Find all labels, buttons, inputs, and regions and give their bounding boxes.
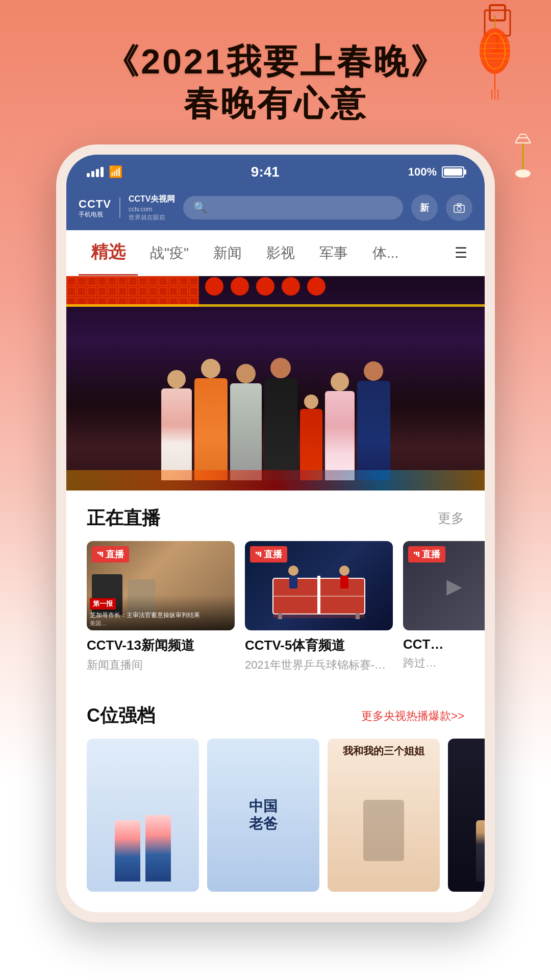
live-badge-text-third: 直播: [422, 548, 440, 560]
svg-rect-36: [66, 304, 485, 307]
tab-xinwen[interactable]: 新闻: [201, 233, 254, 273]
live-card-thumb-third: ▶ CCTV 直播: [403, 541, 485, 630]
svg-point-35: [307, 277, 325, 296]
svg-point-47: [288, 566, 298, 576]
live-card-thumb-cctv13: 第一报 芝加哥市长：主审法官蓄意操纵审判结果 美国… 直播: [87, 541, 235, 630]
svg-rect-26: [457, 204, 461, 206]
svg-rect-51: [256, 552, 257, 554]
live-cards-scroll: 第一报 芝加哥市长：主审法官蓄意操纵审判结果 美国… 直播 CCTV-13新闻频…: [66, 541, 485, 688]
svg-rect-54: [414, 552, 415, 554]
live-card-third-sub: 跨过…: [403, 655, 485, 671]
svg-rect-24: [454, 205, 464, 212]
drama-thumb-3: 我和我的三个姐姐: [328, 739, 440, 892]
svg-rect-48: [289, 576, 297, 589]
search-icon: 🔍: [193, 201, 207, 214]
live-section-title: 正在直播: [87, 506, 160, 531]
live-card-cctv-third[interactable]: ▶ CCTV 直播 CCT… 跨过…: [403, 541, 485, 673]
new-badge: 新: [420, 202, 429, 214]
c-section-title: C位强档: [87, 703, 155, 728]
battery-icon: [442, 166, 464, 178]
svg-rect-0: [490, 5, 505, 20]
content-section: 正在直播 更多: [66, 491, 485, 912]
signal-icon: [87, 167, 104, 177]
cctv-tagline: 世界就在眼前: [129, 213, 176, 222]
live-card-cctv13-title: CCTV-13新闻频道: [87, 636, 235, 654]
live-card-third-title: CCT…: [403, 636, 485, 652]
cctv-com-name: CCTV央视网: [129, 193, 176, 205]
svg-rect-56: [418, 552, 419, 557]
live-card-thumb-cctv5: 直播: [245, 541, 393, 630]
tab-jingxuan[interactable]: 精选: [79, 230, 138, 276]
drama-thumb-4: [448, 739, 485, 892]
search-bar[interactable]: 🔍: [183, 196, 403, 219]
phone-mockup: 📶 9:41 100% CCTV 手机电视 CCTV央视网: [56, 144, 495, 922]
tab-zhanyi[interactable]: 战"疫": [138, 233, 201, 273]
svg-rect-28: [66, 276, 199, 307]
svg-point-33: [256, 277, 274, 296]
main-video-banner[interactable]: [66, 276, 485, 491]
app-navbar: CCTV 手机电视 CCTV央视网 cctv.com 世界就在眼前 🔍 新: [66, 185, 485, 230]
tab-yingshi[interactable]: 影视: [254, 233, 307, 273]
live-badge-third: 直播: [408, 546, 445, 562]
nav-icons: 新: [411, 194, 472, 221]
svg-rect-55: [416, 552, 417, 555]
svg-rect-50: [340, 576, 348, 589]
live-badge-cctv5: 直播: [250, 546, 287, 562]
live-section-header: 正在直播 更多: [66, 491, 485, 541]
live-badge-text-5: 直播: [264, 548, 282, 560]
live-card-cctv5-sub: 2021年世界乒乓球锦标赛-…: [245, 657, 393, 673]
svg-rect-52: [258, 552, 259, 555]
live-card-cctv5-title: CCTV-5体育频道: [245, 636, 393, 654]
drama-thumb-1: [87, 739, 199, 892]
svg-rect-46: [273, 614, 365, 618]
drama-card-4[interactable]: [448, 739, 485, 892]
c-section-more[interactable]: 更多央视热播爆款>>: [361, 708, 464, 724]
status-bar: 📶 9:41 100%: [66, 155, 485, 185]
drama-thumb-2: 中国 老爸: [207, 739, 319, 892]
svg-rect-53: [260, 552, 261, 557]
status-time: 9:41: [251, 164, 280, 180]
live-card-cctv13-sub: 新闻直播间: [87, 657, 235, 673]
cctv-logo-main: CCTV: [79, 198, 111, 211]
svg-point-15: [515, 169, 531, 178]
live-card-cctv13[interactable]: 第一报 芝加哥市长：主审法官蓄意操纵审判结果 美国… 直播 CCTV-13新闻频…: [87, 541, 235, 673]
svg-point-34: [282, 277, 300, 296]
svg-rect-39: [99, 552, 101, 555]
live-badge-cctv13: 直播: [92, 546, 129, 562]
svg-rect-38: [97, 552, 99, 554]
svg-point-49: [339, 566, 349, 576]
tab-bar: 精选 战"疫" 新闻 影视 军事 体... ☰: [66, 230, 485, 276]
svg-rect-40: [102, 552, 103, 557]
battery-text: 100%: [408, 165, 437, 179]
camera-icon-button[interactable]: [446, 194, 472, 221]
drama-card-2[interactable]: 中国 老爸: [207, 739, 319, 892]
content-cards-scroll: 中国 老爸 我和我的三个姐姐: [66, 739, 485, 912]
svg-point-31: [205, 277, 223, 296]
tab-junshi[interactable]: 军事: [307, 233, 360, 273]
live-badge-text: 直播: [106, 548, 124, 560]
stage-performers: [66, 276, 485, 491]
cctv-com-url: cctv.com: [129, 205, 176, 214]
logo-divider: [119, 198, 120, 218]
tab-more-category[interactable]: 体...: [360, 233, 411, 273]
cctv-com-logo: CCTV央视网 cctv.com 世界就在眼前: [129, 193, 176, 222]
drama-card-3[interactable]: 我和我的三个姐姐: [328, 739, 440, 892]
live-section-more[interactable]: 更多: [438, 509, 464, 527]
live-card-cctv5[interactable]: 直播 CCTV-5体育频道 2021年世界乒乓球锦标赛-…: [245, 541, 393, 673]
svg-point-25: [457, 207, 461, 211]
wifi-icon: 📶: [109, 165, 122, 179]
tab-menu-icon[interactable]: ☰: [449, 234, 472, 272]
svg-rect-42: [317, 576, 320, 614]
svg-point-32: [231, 277, 249, 296]
drama-card-1[interactable]: [87, 739, 199, 892]
cctv-logo-sub: 手机电视: [79, 211, 111, 218]
new-icon-button[interactable]: 新: [411, 194, 438, 221]
c-section-header: C位强档 更多央视热播爆款>>: [66, 688, 485, 739]
cctv-logo: CCTV 手机电视: [79, 198, 111, 218]
